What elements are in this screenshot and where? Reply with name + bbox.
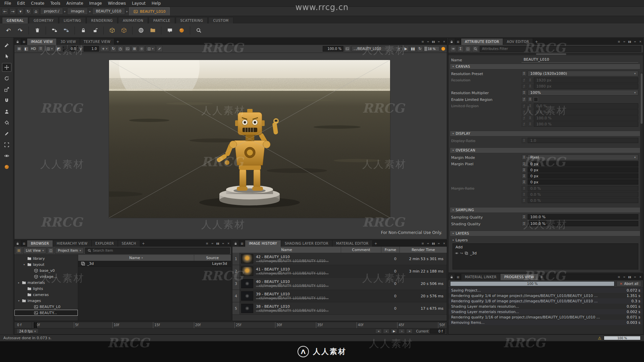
tab-texture-view[interactable]: TEXTURE VIEW <box>80 39 115 45</box>
tiles-button[interactable]: ⊞ <box>131 46 138 52</box>
add-layer-button[interactable]: Add <box>455 244 636 250</box>
layout-filter-button[interactable]: ◫ <box>465 46 471 52</box>
search-button[interactable] <box>194 25 204 36</box>
resolution-preset-dropdown[interactable]: 1080p (644x362) ▾ <box>528 71 638 76</box>
grip-handle[interactable]: ⠿ <box>38 46 44 52</box>
history-row[interactable]: 5 38 - BEAUTY_L010...ct//images/BEAUTY_L… <box>232 302 447 315</box>
table-row-3d[interactable]: _3d Layer3d <box>78 261 231 267</box>
column-name[interactable]: Name <box>232 247 341 253</box>
log-row[interactable]: Saving Project...0.072 s <box>448 288 643 293</box>
delete-button[interactable] <box>32 25 42 36</box>
category-custom[interactable]: CUSTOM <box>208 17 233 23</box>
layer-item-3d[interactable]: ↪ _3d <box>455 250 636 256</box>
range-start-field[interactable]: 0 f <box>14 322 32 328</box>
panel-menu-button[interactable]: ≡ <box>436 39 441 45</box>
panel-menu-button[interactable]: ≡ <box>632 274 638 280</box>
active-document-tab[interactable]: BEAUTY_L010 <box>129 7 170 15</box>
attribute-filter-input[interactable] <box>482 47 639 51</box>
tab-image-history[interactable]: IMAGE HISTORY <box>245 240 281 247</box>
playhead[interactable] <box>34 322 37 328</box>
split-view-button[interactable]: ◧ <box>23 46 29 52</box>
category-animation[interactable]: ANIMATION <box>118 17 148 23</box>
panel-menu-button[interactable]: ≡ <box>436 240 441 247</box>
navigate-tool[interactable] <box>2 107 11 116</box>
snapshot-button[interactable] <box>124 46 130 52</box>
panel-rows-button[interactable]: ≡ <box>425 39 431 45</box>
scrollbar-thumb[interactable] <box>536 53 566 55</box>
menu-file[interactable]: File <box>1 0 14 6</box>
browser-mode-button[interactable]: ⊞ <box>16 248 22 254</box>
display-grid-button[interactable]: ⊞ <box>16 46 22 52</box>
column-name[interactable]: Name▾ <box>78 255 194 261</box>
menu-tools[interactable]: Tools <box>47 0 63 6</box>
menu-help[interactable]: Help <box>149 0 164 6</box>
fx-icon[interactable]: ƒ <box>522 97 527 102</box>
comment-button[interactable] <box>165 25 175 36</box>
menu-image[interactable]: Image <box>86 0 105 6</box>
panel-grid-button[interactable]: ⊞ <box>204 240 210 247</box>
log-row[interactable]: Shading Layer materials resolution...0.0… <box>448 304 643 309</box>
play-button[interactable]: ▶ <box>391 329 397 334</box>
undo-button[interactable]: ↶ <box>3 25 13 36</box>
expression-icon[interactable]: Σ <box>522 215 527 220</box>
instance-button[interactable] <box>61 25 71 36</box>
layers-group[interactable]: ▾ Layers <box>451 237 638 243</box>
breadcrumb-beauty[interactable]: BEAUTY_L010 <box>92 8 125 15</box>
section-sampling[interactable]: ▾ SAMPLING <box>450 207 640 213</box>
tab-explorer[interactable]: EXPLORER <box>92 240 118 247</box>
panel-lock-button[interactable] <box>14 39 21 45</box>
panel-lock-button[interactable] <box>232 240 239 247</box>
panel-close-button[interactable]: ✕ <box>441 39 447 45</box>
viewer-settings-button[interactable] <box>139 46 145 52</box>
log-row[interactable]: Rendering quality 1/16 of image project:… <box>448 314 643 320</box>
panel-grid-button[interactable]: ⊞ <box>420 39 425 45</box>
enable-limited-region-checkbox[interactable] <box>534 97 538 102</box>
attribute-search[interactable] <box>480 46 641 52</box>
show-attributes-button[interactable] <box>450 46 456 52</box>
tab-material-editor[interactable]: MATERIAL EDITOR <box>332 240 373 247</box>
panel-split-button[interactable]: ▮▮ <box>431 39 436 45</box>
history-row[interactable]: 4 39 - BEAUTY_L010...ct//images/BEAUTY_L… <box>232 290 447 302</box>
viewport[interactable]: For Non-Commercial Use Only. <box>14 53 447 239</box>
category-geometry[interactable]: GEOMETRY <box>29 17 58 23</box>
color-picker-tool[interactable] <box>2 41 11 50</box>
expression-icon[interactable]: Σ <box>522 168 527 173</box>
gamma-field[interactable]: 1.0 <box>84 46 99 52</box>
tree-item-cameras[interactable]: cameras <box>14 292 78 298</box>
panel-lock-button[interactable] <box>448 274 455 280</box>
display-mode-dropdown[interactable]: ◫ ▾ <box>45 46 54 52</box>
redo-button[interactable]: ↷ <box>15 25 25 36</box>
category-scattering[interactable]: SCATTERING <box>176 17 208 23</box>
tree-item-vintage[interactable]: vintage... <box>14 274 78 280</box>
category-rendering[interactable]: RENDERING <box>87 17 117 23</box>
translate-tool[interactable] <box>2 63 11 72</box>
material-ball-tool[interactable] <box>2 163 11 171</box>
panel-lock-button[interactable] <box>448 39 455 45</box>
filter-toggle-button[interactable]: ◫ <box>48 248 54 254</box>
create-combiner-button[interactable] <box>119 25 129 36</box>
browser-search-input[interactable] <box>93 249 227 252</box>
render-target-dropdown[interactable]: .../BEAUTY_L010 ▾ <box>352 46 402 52</box>
add-tab-button[interactable]: + <box>140 240 147 247</box>
tree-item-materials[interactable]: ▸materials <box>14 280 78 286</box>
panel-rows-button[interactable]: ≡ <box>622 274 627 280</box>
panel-grid-button[interactable]: ⊞ <box>616 39 622 45</box>
category-particle[interactable]: PARTICLE <box>149 17 175 23</box>
tree-item-beauty-selected[interactable]: BEAUTY... <box>14 310 78 316</box>
rotate-tool[interactable] <box>2 74 11 83</box>
scrollbar-thumb[interactable] <box>641 73 643 124</box>
abort-all-button[interactable]: ✕ Abort all <box>616 281 641 287</box>
tree-item-lights[interactable]: lights <box>14 286 78 292</box>
expression-icon[interactable]: Σ <box>522 221 527 226</box>
tab-aov-editor[interactable]: AOV EDITOR <box>503 39 533 45</box>
unlock-button[interactable] <box>90 25 100 36</box>
frame-tool[interactable] <box>2 140 11 149</box>
column-source[interactable]: Source <box>194 255 231 261</box>
nav-back-button[interactable]: ← <box>2 8 8 15</box>
view-mode-dropdown[interactable]: List View ▾ <box>23 248 46 254</box>
panel-layout-button[interactable]: ⊞ <box>21 39 27 45</box>
hd-indicator[interactable]: HD <box>30 47 37 51</box>
expression-filter-button[interactable]: Σ <box>458 46 464 52</box>
panel-split-button[interactable]: ▮▮ <box>627 274 632 280</box>
current-frame-field[interactable]: 0 f <box>430 329 445 334</box>
